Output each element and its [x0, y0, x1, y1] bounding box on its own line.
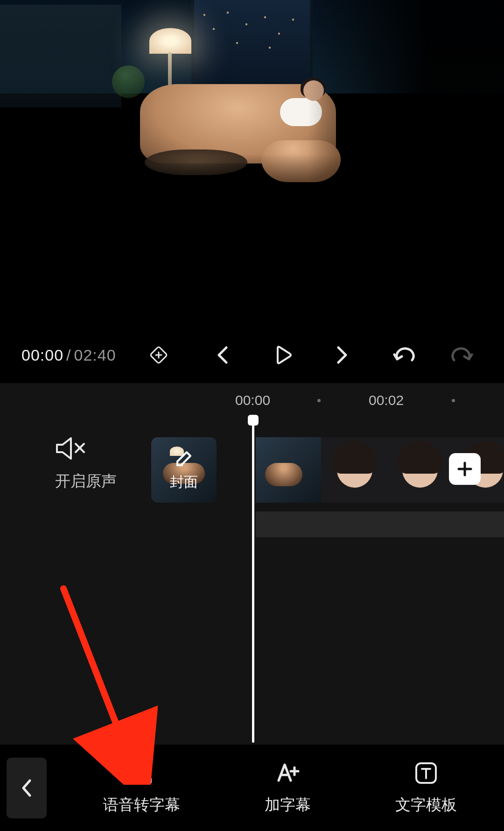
speaker-muted-icon [55, 435, 88, 462]
clip-frame [386, 437, 452, 503]
ruler-tick [452, 399, 455, 402]
undo-icon [392, 345, 416, 365]
timeline[interactable]: 00:00 00:02 开启原声 [0, 383, 504, 747]
add-subtitle-tool[interactable]: 加字幕 [265, 760, 311, 816]
clip-frame [321, 437, 386, 503]
undo-button[interactable] [392, 345, 416, 365]
play-icon [271, 344, 294, 366]
tool-label: 加字幕 [265, 795, 311, 816]
svg-line-9 [63, 589, 134, 771]
cover-button[interactable]: 封面 [151, 437, 217, 503]
bottom-toolbar: 语音转字幕 加字幕 [0, 745, 504, 831]
video-preview[interactable] [0, 0, 504, 223]
speech-to-text-icon [128, 760, 154, 786]
total-time: 02:40 [74, 346, 116, 364]
fullscreen-button[interactable] [503, 345, 504, 365]
chevron-right-icon [335, 345, 350, 365]
speech-to-subtitle-tool[interactable]: 语音转字幕 [103, 760, 180, 816]
tool-label: 语音转字幕 [103, 795, 180, 816]
tool-label: 文字模板 [395, 795, 457, 816]
ruler-tick [317, 399, 321, 402]
add-clip-button[interactable] [449, 453, 481, 485]
play-button[interactable] [271, 344, 294, 366]
chevron-left-icon [20, 778, 34, 798]
timeline-ruler[interactable]: 00:00 00:02 [0, 383, 504, 416]
prev-frame-button[interactable] [214, 345, 230, 365]
preview-frame [0, 0, 504, 223]
fullscreen-icon [503, 345, 504, 365]
original-sound-label: 开启原声 [55, 471, 117, 492]
chevron-left-icon [214, 345, 230, 365]
cover-label: 封面 [170, 473, 198, 492]
original-sound-toggle[interactable]: 开启原声 [55, 435, 117, 492]
next-frame-button[interactable] [335, 345, 350, 365]
time-display: 00:00/02:40 [21, 346, 116, 364]
edit-pencil-icon [174, 448, 194, 469]
secondary-track[interactable] [256, 511, 504, 537]
current-time: 00:00 [21, 346, 63, 364]
add-text-icon [274, 761, 301, 785]
text-template-tool[interactable]: 文字模板 [395, 760, 457, 816]
text-template-icon [413, 760, 439, 786]
plus-icon [457, 461, 473, 477]
redo-icon [450, 345, 474, 365]
back-button[interactable] [7, 758, 47, 818]
playback-controls: 00:00/02:40 [0, 318, 504, 392]
ruler-label-2: 00:02 [369, 392, 404, 408]
ruler-label-0: 00:00 [235, 392, 270, 408]
keyframe-button[interactable] [148, 344, 169, 366]
redo-button [450, 345, 474, 365]
clip-frame [256, 437, 321, 503]
playhead[interactable] [252, 416, 254, 743]
keyframe-diamond-icon [148, 344, 169, 366]
